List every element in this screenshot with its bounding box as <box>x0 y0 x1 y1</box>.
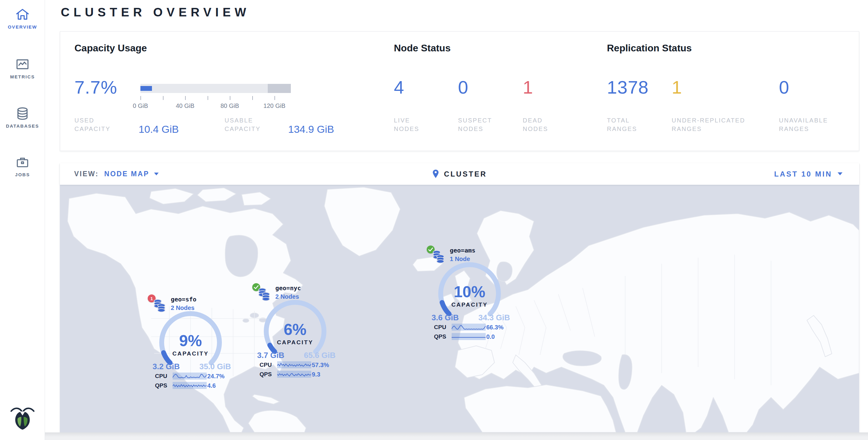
metrics-chart-icon <box>0 57 45 72</box>
cockroach-logo <box>0 405 45 432</box>
used-capacity-label: USED CAPACITY <box>74 116 131 133</box>
sidebar-item-metrics[interactable]: METRICS <box>0 57 45 79</box>
gauge-capacity-label: CAPACITY <box>262 339 329 346</box>
bar-tick <box>208 96 208 100</box>
locality-widget-ams[interactable]: geo=ams 1 Node 10% CAPACITY 3.6 GiB 34.3… <box>427 246 515 343</box>
gauge-used-value: 3.7 GiB <box>257 351 284 360</box>
sidebar-item-label: DATABASES <box>0 123 45 129</box>
bar-reserved <box>268 84 291 93</box>
sidebar: OVERVIEW METRICS DATABASES <box>0 0 45 440</box>
chevron-down-icon <box>838 172 842 176</box>
time-range-dropdown[interactable]: LAST 10 MIN <box>774 163 842 185</box>
gauge-capacity-label: CAPACITY <box>157 350 224 357</box>
summary-card: Capacity Usage 7.7% 0 GiB 40 GiB 80 GiB … <box>60 31 859 151</box>
time-range-value: LAST 10 MIN <box>774 170 832 178</box>
total-ranges-count: 1378 <box>607 76 649 98</box>
qps-value: 4.6 <box>207 382 238 389</box>
cpu-label: CPU <box>259 362 272 368</box>
gauge-usable-value: 35.0 GiB <box>199 362 231 371</box>
capacity-bar <box>141 84 291 93</box>
gauge-percent: 6% <box>262 320 329 339</box>
gauge-capacity-label: CAPACITY <box>436 302 503 308</box>
locality-widget-nyc[interactable]: geo=nyc 2 Nodes 6% CAPACITY 3.7 GiB 65.6… <box>252 283 340 380</box>
sidebar-item-label: OVERVIEW <box>0 24 45 29</box>
database-icon <box>0 106 45 121</box>
cpu-sparkline <box>452 324 486 331</box>
bar-tick-label: 120 GiB <box>256 102 293 109</box>
cpu-value: 66.3% <box>486 324 517 331</box>
bar-tick <box>230 96 230 100</box>
bar-tick <box>274 96 275 100</box>
bar-fill <box>141 86 152 91</box>
capacity-title: Capacity Usage <box>74 42 147 54</box>
capacity-percent: 7.7% <box>74 76 117 98</box>
replication-title: Replication Status <box>607 42 692 54</box>
home-icon <box>0 7 45 22</box>
gauge-used-value: 3.2 GiB <box>153 362 180 371</box>
unavailable-ranges-label: UNAVAILABLE RANGES <box>779 116 855 133</box>
page-title: CLUSTER OVERVIEW <box>61 5 250 19</box>
gauge-percent: 10% <box>436 283 503 301</box>
cpu-value: 24.7% <box>207 373 238 380</box>
qps-sparkline <box>277 371 311 378</box>
live-nodes-count: 4 <box>394 76 404 98</box>
bar-tick <box>141 96 141 100</box>
location-pin-icon <box>432 169 439 179</box>
world-map: 1 geo=sfo 2 Nodes 9% CAPACITY 3.2 GiB 35… <box>60 185 859 432</box>
sidebar-item-label: JOBS <box>0 172 45 177</box>
gauge-used-value: 3.6 GiB <box>432 313 459 322</box>
used-capacity-value: 10.4 GiB <box>138 123 179 135</box>
gauge-percent: 9% <box>157 332 224 350</box>
sidebar-item-overview[interactable]: OVERVIEW <box>0 7 45 29</box>
page-bottom-strip <box>45 432 868 440</box>
live-nodes-label: LIVE NODES <box>394 116 433 133</box>
dead-nodes-count: 1 <box>523 76 533 98</box>
usable-capacity-label: USABLE CAPACITY <box>225 116 285 133</box>
qps-sparkline <box>173 382 207 389</box>
cluster-breadcrumb-label: CLUSTER <box>444 170 487 178</box>
cpu-label: CPU <box>155 373 167 380</box>
locality-name: geo=ams <box>450 247 475 254</box>
bar-tick <box>163 96 163 100</box>
bar-tick-label: 0 GiB <box>122 102 159 109</box>
cpu-sparkline <box>277 361 311 368</box>
under-replicated-ranges-count: 1 <box>672 76 682 98</box>
qps-label: QPS <box>155 382 167 389</box>
bar-tick <box>252 96 253 100</box>
bar-tick-label: 40 GiB <box>167 102 203 109</box>
suspect-nodes-count: 0 <box>458 76 468 98</box>
node-status-title: Node Status <box>394 42 451 54</box>
total-ranges-label: TOTAL RANGES <box>607 116 653 133</box>
gauge-usable-value: 65.6 GiB <box>304 351 336 360</box>
suspect-nodes-label: SUSPECT NODES <box>458 116 501 133</box>
sidebar-item-jobs[interactable]: JOBS <box>0 155 45 177</box>
cluster-breadcrumb[interactable]: CLUSTER <box>60 163 859 185</box>
locality-name: geo=nyc <box>275 284 301 292</box>
bar-tick <box>185 96 186 100</box>
usable-capacity-value: 134.9 GiB <box>288 123 334 135</box>
viewbar: VIEW: NODE MAP CLUSTER LAST 10 MIN <box>60 163 859 185</box>
sidebar-item-label: METRICS <box>0 74 45 79</box>
qps-label: QPS <box>434 333 446 340</box>
dead-nodes-label: DEAD NODES <box>523 116 562 133</box>
qps-label: QPS <box>259 371 272 378</box>
briefcase-icon <box>0 155 45 169</box>
locality-widget-sfo[interactable]: 1 geo=sfo 2 Nodes 9% CAPACITY 3.2 GiB 35… <box>148 294 236 392</box>
gauge-usable-value: 34.3 GiB <box>478 313 510 322</box>
qps-sparkline <box>452 333 486 340</box>
cpu-value: 57.3% <box>312 362 342 369</box>
unavailable-ranges-count: 0 <box>779 76 789 98</box>
node-map-card: VIEW: NODE MAP CLUSTER LAST 10 MIN <box>60 163 859 432</box>
qps-value: 9.3 <box>312 371 342 378</box>
cpu-label: CPU <box>434 324 446 331</box>
qps-value: 0.0 <box>486 333 517 340</box>
cpu-sparkline <box>173 373 207 380</box>
sidebar-item-databases[interactable]: DATABASES <box>0 106 45 129</box>
under-replicated-ranges-label: UNDER-REPLICATED RANGES <box>672 116 775 133</box>
locality-name: geo=sfo <box>171 296 196 303</box>
bar-tick-label: 80 GiB <box>212 102 248 109</box>
